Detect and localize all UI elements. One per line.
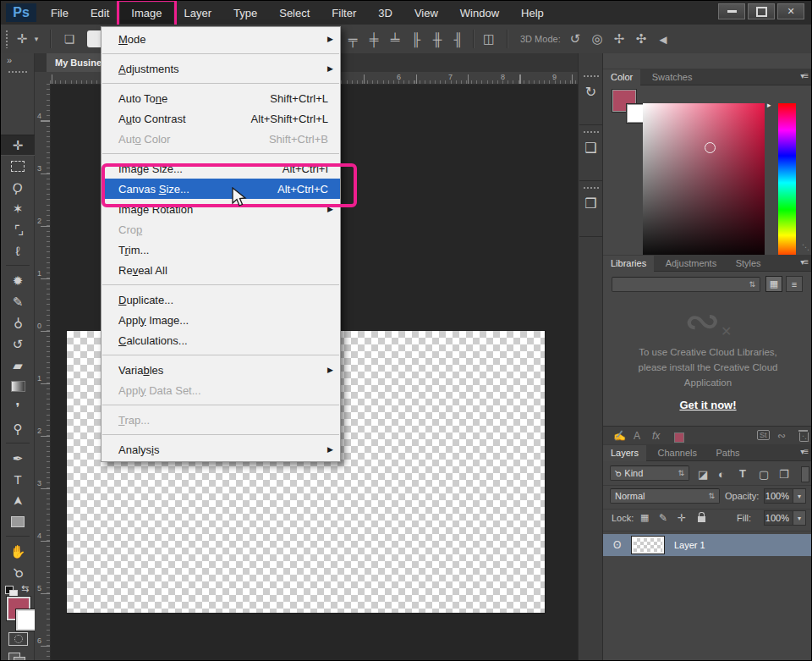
menubar-item-help[interactable]: Help [510,3,555,24]
close-button[interactable]: ✕ [777,3,804,19]
shape-tool[interactable] [1,511,35,532]
marquee-tool[interactable] [1,156,35,177]
tab-styles[interactable]: Styles [728,256,769,272]
color-panel-menu-icon[interactable]: ▾≡ [800,71,808,80]
get-it-now-link[interactable]: Get it now! [603,399,812,411]
library-color-swatch[interactable] [674,432,684,443]
tab-adjustments[interactable]: Adjustments [658,256,725,272]
menubar-item-3d[interactable]: 3D [367,3,403,24]
3d-camera-icon[interactable]: ◄ [654,25,672,53]
menu-item-auto-tone[interactable]: Auto ToneShift+Ctrl+L [102,88,340,108]
gradient-tool[interactable] [1,376,35,397]
properties-panel-button[interactable]: ❑ [579,126,602,181]
lock-all-icon[interactable] [698,516,705,522]
menu-item-apply-data-set[interactable]: Apply Data Set... [102,380,340,400]
libraries-panel-menu-icon[interactable]: ▾≡ [800,257,808,267]
lock-transparency-icon[interactable]: ▦ [640,512,649,523]
hue-slider-marker-icon[interactable]: ▸ [767,101,771,109]
tab-layers[interactable]: Layers [603,445,646,461]
layer-visibility-eye-icon[interactable]: ʘ [613,539,621,551]
3d-pan-icon[interactable]: ✢ [610,25,628,53]
move-tool-option-icon[interactable]: ✛ [13,25,31,53]
layers-panel-menu-icon[interactable]: ▾≡ [800,447,808,456]
menu-item-crop[interactable]: Crop [102,219,340,240]
layer-filter-kind-dropdown[interactable]: ⚲ Kind ⇅ [610,465,689,481]
eraser-tool[interactable]: ▰ [1,355,35,376]
lasso-tool[interactable]: Ϙ [1,177,35,198]
menu-item-duplicate[interactable]: Duplicate... [102,289,340,310]
maximize-button[interactable] [748,3,775,19]
options-grip[interactable] [5,30,9,48]
panel-resize-grip-icon[interactable]: ⋱ [802,243,809,251]
fill-input[interactable]: 100%▾ [764,510,806,526]
history-brush-tool[interactable]: ↺ [1,333,35,355]
menubar-item-select[interactable]: Select [268,3,321,24]
layer-row[interactable]: ʘ Layer 1 [603,534,812,556]
menubar-item-type[interactable]: Type [222,3,268,24]
adobe-stock-icon[interactable]: St [757,430,770,440]
opacity-caret-icon[interactable]: ▾ [793,489,805,503]
vertical-ruler[interactable]: 43210123456 [35,84,51,661]
align-left-edges-icon[interactable]: ╟ [407,25,425,53]
menu-item-image-size[interactable]: Image Size...Alt+Ctrl+I [102,158,340,179]
tab-swatches[interactable]: Swatches [645,69,700,85]
pen-tool[interactable]: ✒ [1,448,35,469]
library-sketch-icon[interactable]: ✍ [613,430,626,442]
menubar-item-layer[interactable]: Layer [173,3,223,24]
list-view-button[interactable]: ≡ [786,276,803,292]
filter-image-layers-icon[interactable]: ◪ [698,468,708,481]
3d-roll-icon[interactable]: ◎ [588,25,606,53]
menu-item-mode[interactable]: Mode▶ [102,29,340,49]
tool-preset-caret-icon[interactable]: ▾ [31,25,41,53]
menubar-item-image[interactable]: Image [120,3,173,24]
lock-pixels-icon[interactable]: ✎ [659,512,667,524]
filter-smart-object-icon[interactable]: ❐ [779,468,789,481]
align-vertical-centers-icon[interactable]: ╪ [365,25,383,53]
filter-shape-layers-icon[interactable]: ▢ [759,468,769,481]
color-field[interactable] [643,103,765,262]
toolbox-expand-icon[interactable]: » [7,55,12,65]
menubar-item-filter[interactable]: Filter [321,3,367,24]
move-tool[interactable]: ✛ [1,135,35,156]
zoom-tool[interactable]: ⚲ [1,562,35,583]
hand-tool[interactable]: ✋ [1,541,35,562]
menu-item-canvas-size[interactable]: Canvas Size...Alt+Ctrl+C [102,179,340,199]
swap-colors-icon[interactable]: ⇆ [21,583,29,594]
library-select-dropdown[interactable]: ⇅ [612,277,760,292]
align-horizontal-centers-icon[interactable]: ╫ [428,25,447,53]
menu-item-trim[interactable]: Trim... [102,240,340,260]
library-fx-icon[interactable]: fx [652,430,660,442]
tab-paths[interactable]: Paths [708,445,747,461]
align-top-edges-icon[interactable]: ╤ [343,25,362,53]
layer-thumbnail[interactable] [632,537,664,554]
3d-orbit-icon[interactable]: ↺ [566,25,584,53]
filter-toggle[interactable] [801,466,809,482]
align-bottom-edges-icon[interactable]: ╧ [386,25,404,53]
blend-mode-dropdown[interactable]: Normal⇅ [610,488,720,504]
opacity-input[interactable]: 100%▾ [764,488,806,504]
fill-caret-icon[interactable]: ▾ [793,511,805,525]
filter-type-layers-icon[interactable]: T [739,467,746,480]
toolbox-grip[interactable] [8,70,28,74]
tab-libraries[interactable]: Libraries [603,256,654,272]
menu-item-trap[interactable]: Trap... [102,410,340,430]
quick-mask-button[interactable] [8,632,28,646]
dodge-tool[interactable]: ⚲ [1,418,35,439]
menu-item-reveal-all[interactable]: Reveal All [102,260,340,280]
grid-view-button[interactable]: ▦ [765,276,782,292]
menu-item-adjustments[interactable]: Adjustments▶ [102,58,340,79]
lock-position-icon[interactable]: ✛ [678,512,686,524]
menubar-item-edit[interactable]: Edit [80,3,120,24]
notes-panel-button[interactable]: ❒ [579,182,602,237]
tab-channels[interactable]: Channels [650,445,704,461]
menubar-item-window[interactable]: Window [449,3,510,24]
menu-item-auto-contrast[interactable]: Auto ContrastAlt+Shift+Ctrl+L [102,108,340,129]
magic-wand-tool[interactable]: ✶ [1,198,35,219]
distribute-icon[interactable]: ◫ [480,25,498,53]
menu-item-image-rotation[interactable]: Image Rotation▶ [102,199,340,219]
align-right-edges-icon[interactable]: ╢ [449,25,468,53]
auto-select-icon[interactable]: ❏ [60,25,79,53]
brush-tool[interactable]: ✎ [1,291,35,312]
type-tool[interactable]: T [1,469,35,490]
tab-color[interactable]: Color [603,69,640,85]
